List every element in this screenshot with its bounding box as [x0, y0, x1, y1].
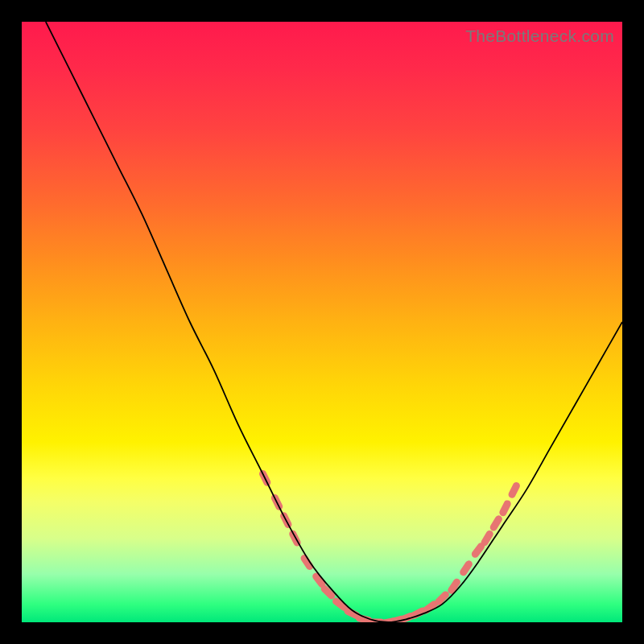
plot-area: TheBottleneck.com	[22, 22, 622, 622]
highlight-dash	[324, 588, 331, 595]
curve-svg	[22, 22, 622, 622]
highlight-dash	[475, 547, 481, 555]
highlight-dash	[464, 564, 469, 572]
watermark-text: TheBottleneck.com	[465, 27, 614, 46]
highlight-dash	[503, 504, 507, 513]
highlight-dash	[485, 534, 489, 542]
bottleneck-curve	[46, 22, 622, 622]
highlight-dash	[512, 486, 516, 495]
highlight-dash	[452, 582, 457, 590]
highlight-dash	[439, 595, 445, 601]
highlight-dash	[493, 519, 498, 527]
chart-container: TheBottleneck.com	[0, 0, 644, 644]
